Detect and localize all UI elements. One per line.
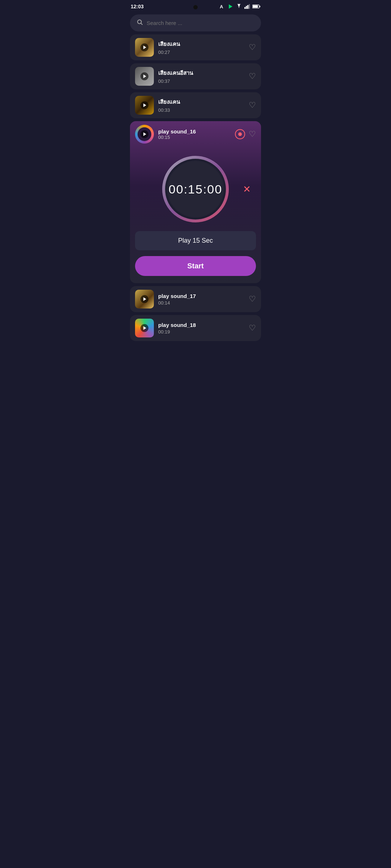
sound-title-18: play sound_18 — [158, 322, 244, 328]
active-sound-info: play sound_16 00:15 — [158, 128, 196, 140]
sound-item-2: เสียงแคนอีสาน 00:37 ♡ — [130, 63, 261, 89]
play-icon-2 — [140, 72, 148, 80]
favorite-btn-3[interactable]: ♡ — [249, 101, 256, 109]
play-icon-3 — [140, 101, 148, 109]
svg-marker-1 — [229, 4, 232, 9]
svg-rect-8 — [253, 5, 258, 8]
wifi-icon — [236, 4, 242, 9]
sound-duration-17: 00:14 — [158, 300, 244, 306]
favorite-btn-18[interactable]: ♡ — [249, 324, 256, 332]
sound-title-3: เสียงแคน — [158, 98, 244, 106]
svg-rect-3 — [246, 6, 247, 9]
sound-info-17: play sound_17 00:14 — [158, 293, 244, 306]
sound-info-18: play sound_18 00:19 — [158, 322, 244, 335]
header-right: ♡ — [235, 129, 256, 139]
svg-rect-2 — [244, 7, 245, 9]
sound-item-1: เสียงแคน 00:27 ♡ — [130, 34, 261, 60]
sound-title-1: เสียงแคน — [158, 40, 244, 48]
timer-circle: 00:15:00 — [159, 153, 232, 225]
play-icon-1 — [140, 43, 148, 51]
sound-duration-1: 00:27 — [158, 50, 244, 55]
timer-display: 00:15:00 — [169, 182, 222, 196]
search-icon — [136, 19, 143, 27]
record-dot — [238, 132, 242, 136]
sound-title-2: เสียงแคนอีสาน — [158, 69, 244, 77]
status-bar: 12:03 A — [125, 0, 266, 12]
timer-section: 00:15:00 ✕ Play 15 Sec Start — [130, 147, 261, 283]
active-thumb[interactable] — [135, 125, 154, 144]
sound-info-3: เสียงแคน 00:33 — [158, 98, 244, 113]
sound-duration-3: 00:33 — [158, 107, 244, 113]
sound-duration-2: 00:37 — [158, 78, 244, 84]
start-button[interactable]: Start — [135, 256, 256, 276]
play-store-icon — [228, 4, 234, 9]
svg-rect-4 — [247, 5, 248, 9]
status-icons: A — [220, 4, 260, 9]
active-play-icon — [140, 130, 148, 138]
sound-info-1: เสียงแคน 00:27 — [158, 40, 244, 55]
favorite-btn-17[interactable]: ♡ — [249, 295, 256, 303]
sound-duration-18: 00:19 — [158, 329, 244, 335]
sound-thumb-17[interactable] — [135, 290, 154, 309]
record-button[interactable] — [235, 129, 245, 139]
a-icon: A — [220, 4, 226, 9]
play15-button[interactable]: Play 15 Sec — [135, 231, 256, 250]
svg-rect-7 — [260, 6, 260, 8]
active-favorite-btn[interactable]: ♡ — [249, 130, 256, 138]
favorite-btn-2[interactable]: ♡ — [249, 72, 256, 80]
svg-line-10 — [141, 23, 142, 25]
search-input[interactable] — [147, 20, 255, 26]
status-time: 12:03 — [131, 4, 144, 9]
sound-item-17: play sound_17 00:14 ♡ — [130, 286, 261, 312]
sound-item-18: play sound_18 00:19 ♡ — [130, 315, 261, 341]
sound-title-17: play sound_17 — [158, 293, 244, 299]
favorite-btn-1[interactable]: ♡ — [249, 43, 256, 51]
search-bar[interactable] — [130, 14, 261, 31]
svg-text:A: A — [220, 4, 223, 9]
sound-thumb-1[interactable] — [135, 38, 154, 57]
play-icon-18 — [140, 324, 148, 332]
active-sound-card: play sound_16 00:15 ♡ — [130, 121, 261, 283]
sound-thumb-18[interactable] — [135, 319, 154, 337]
signal-icon — [244, 4, 250, 9]
active-sound-header: play sound_16 00:15 ♡ — [130, 121, 261, 147]
battery-icon — [252, 4, 260, 9]
play-icon-17 — [140, 295, 148, 303]
sound-item-3: เสียงแคน 00:33 ♡ — [130, 92, 261, 118]
camera-notch — [193, 5, 198, 9]
svg-point-9 — [138, 20, 142, 24]
main-content: เสียงแคน 00:27 ♡ เสียงแคนอีสาน 00:37 ♡ เ… — [125, 12, 266, 344]
sound-info-2: เสียงแคนอีสาน 00:37 — [158, 69, 244, 84]
close-timer-btn[interactable]: ✕ — [243, 182, 251, 196]
active-sound-title: play sound_16 — [158, 128, 196, 135]
active-sound-duration: 00:15 — [158, 135, 196, 140]
svg-rect-5 — [249, 4, 250, 9]
sound-thumb-2[interactable] — [135, 67, 154, 86]
sound-thumb-3[interactable] — [135, 96, 154, 115]
